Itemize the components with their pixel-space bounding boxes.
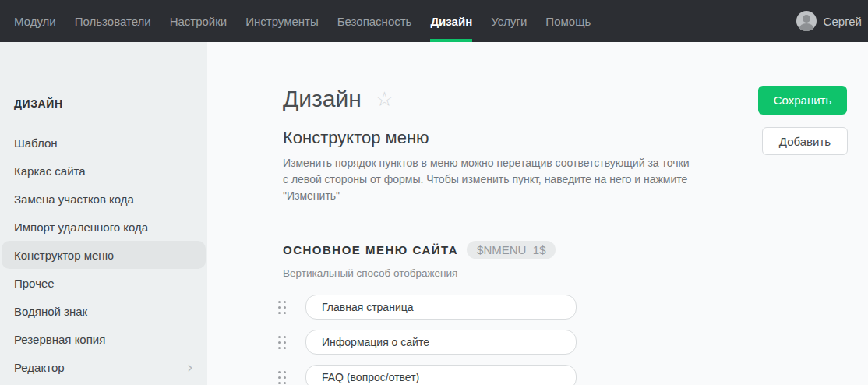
main-content: Дизайн ☆ Конструктор меню Изменить поряд… — [207, 42, 868, 385]
sidebar-item-label: Редактор — [14, 361, 65, 374]
page-title: Дизайн — [283, 86, 362, 112]
menu-item-row: Информация о сайте — [283, 330, 868, 355]
nav-item-security[interactable]: Безопасность — [328, 0, 422, 42]
section-description: Изменить порядок пунктов в меню можно пе… — [283, 155, 694, 204]
menu-display-mode-label: Вертикальный способ отображения — [283, 267, 868, 279]
nav-item-design[interactable]: Дизайн — [421, 0, 482, 42]
sidebar-item-editor[interactable]: Редактор › — [0, 353, 207, 381]
nav-item-services[interactable]: Услуги — [482, 0, 536, 42]
sidebar-item-label: Резервная копия — [14, 333, 105, 346]
sidebar-item-template[interactable]: Шаблон — [0, 129, 207, 157]
sidebar-item-other[interactable]: Прочее — [0, 269, 207, 297]
sidebar-item-remote-code-import[interactable]: Импорт удаленного кода — [0, 213, 207, 241]
sidebar-item-watermark[interactable]: Водяной знак — [0, 297, 207, 325]
menu-group-title: ОСНОВНОЕ МЕНЮ САЙТА — [283, 243, 458, 256]
menu-item-row: FAQ (вопрос/ответ) — [283, 365, 868, 385]
nav-item-tools[interactable]: Инструменты — [236, 0, 328, 42]
sidebar-item-menu-builder[interactable]: Конструктор меню — [2, 241, 206, 269]
chevron-right-icon: › — [187, 359, 193, 375]
top-navigation: Модули Пользователи Настройки Инструмент… — [0, 0, 868, 42]
nav-item-settings[interactable]: Настройки — [161, 0, 237, 42]
menu-item-field[interactable]: Информация о сайте — [305, 330, 577, 355]
sidebar: ДИЗАЙН Шаблон Каркас сайта Замена участк… — [0, 42, 207, 385]
user-avatar-icon — [796, 11, 817, 31]
sidebar-item-label: Конструктор меню — [14, 249, 114, 262]
save-button[interactable]: Сохранить — [758, 86, 847, 115]
sidebar-section-header: ДИЗАЙН — [0, 94, 207, 115]
sidebar-item-label: Водяной знак — [14, 305, 87, 318]
user-name: Сергей — [824, 15, 862, 28]
sidebar-item-label: Импорт удаленного кода — [14, 221, 148, 234]
drag-handle-icon[interactable] — [278, 371, 286, 384]
sidebar-item-label: Замена участков кода — [14, 192, 134, 206]
nav-item-modules[interactable]: Модули — [5, 0, 65, 42]
menu-item-row: Главная страница — [283, 295, 868, 320]
sidebar-item-label: Шаблон — [14, 136, 58, 150]
nav-item-help[interactable]: Помощь — [536, 0, 600, 42]
sidebar-item-label: Каркас сайта — [14, 164, 86, 178]
add-button[interactable]: Добавить — [762, 127, 848, 155]
user-menu[interactable]: Сергей — [796, 0, 862, 42]
sidebar-item-backup[interactable]: Резервная копия — [0, 325, 207, 353]
sidebar-item-label: Прочее — [14, 277, 55, 290]
favorite-star-icon[interactable]: ☆ — [376, 89, 393, 109]
sidebar-item-site-frame[interactable]: Каркас сайта — [0, 157, 207, 185]
sidebar-item-code-replacement[interactable]: Замена участков кода — [0, 185, 207, 213]
menu-item-field[interactable]: FAQ (вопрос/ответ) — [305, 365, 577, 385]
drag-handle-icon[interactable] — [278, 301, 286, 314]
menu-item-field[interactable]: Главная страница — [305, 295, 577, 320]
drag-handle-icon[interactable] — [278, 336, 286, 349]
nav-item-users[interactable]: Пользователи — [65, 0, 161, 42]
menu-items-list: Главная страница Информация о сайте FAQ … — [283, 295, 868, 385]
menu-id-badge: $NMENU_1$ — [467, 241, 556, 259]
